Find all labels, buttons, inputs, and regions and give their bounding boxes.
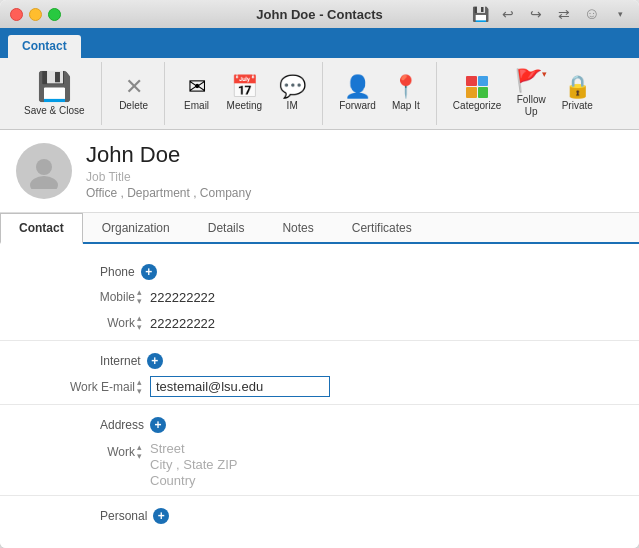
map-icon: 📍	[392, 76, 419, 98]
im-label: IM	[287, 100, 298, 112]
delete-icon: ✕	[125, 76, 143, 98]
personal-section-header: Personal +	[0, 500, 639, 528]
contact-info: John Doe Job Title Office , Department ,…	[86, 142, 251, 200]
work-phone-value: 222222222	[150, 316, 623, 331]
switch-icon[interactable]: ⇄	[555, 5, 573, 23]
forward-label: Forward	[339, 100, 376, 112]
personal-section-label: Personal	[100, 509, 147, 523]
address-city-state: City , State ZIP	[150, 457, 237, 472]
work-email-label: Work E-mail ▴▾	[0, 378, 150, 396]
minimize-button[interactable]	[29, 8, 42, 21]
tab-contact-detail[interactable]: Contact	[0, 213, 83, 244]
private-label: Private	[562, 100, 593, 112]
email-icon: ✉	[188, 76, 206, 98]
im-button[interactable]: 💬 IM	[270, 72, 314, 116]
work-address-value: Street City , State ZIP Country	[150, 441, 237, 488]
tab-details[interactable]: Details	[189, 213, 264, 244]
tab-organization[interactable]: Organization	[83, 213, 189, 244]
ribbon-group-save: 💾 Save & Close	[8, 62, 102, 125]
contact-name: John Doe	[86, 142, 251, 168]
categorize-label: Categorize	[453, 100, 501, 112]
meeting-label: Meeting	[227, 100, 263, 112]
meeting-button[interactable]: 📅 Meeting	[221, 72, 269, 116]
traffic-lights	[10, 8, 61, 21]
phone-add-button[interactable]: +	[141, 264, 157, 280]
categorize-icon	[466, 76, 488, 98]
categorize-button[interactable]: Categorize	[447, 72, 507, 116]
private-icon: 🔒	[564, 76, 591, 98]
delete-button[interactable]: ✕ Delete	[112, 72, 156, 116]
form-content: Phone + Mobile ▴▾ 222222222 Work ▴▾ 2222…	[0, 244, 639, 548]
mobile-arrows[interactable]: ▴▾	[137, 288, 142, 306]
work-email-arrows[interactable]: ▴▾	[137, 378, 142, 396]
work-phone-label: Work ▴▾	[0, 314, 150, 332]
internet-section-header: Internet +	[0, 345, 639, 373]
mobile-label: Mobile ▴▾	[0, 288, 150, 306]
ribbon-tab-bar: Contact	[0, 28, 639, 58]
contact-job-title: Job Title	[86, 170, 251, 184]
work-phone-arrows[interactable]: ▴▾	[137, 314, 142, 332]
meeting-icon: 📅	[231, 76, 258, 98]
ribbon-group-communicate: ✉ Email 📅 Meeting 💬 IM	[167, 62, 324, 125]
address-street: Street	[150, 441, 237, 456]
contact-meta: Office , Department , Company	[86, 186, 251, 200]
save-close-label: Save & Close	[24, 105, 85, 117]
address-add-button[interactable]: +	[150, 417, 166, 433]
private-button[interactable]: 🔒 Private	[555, 72, 599, 116]
forward-button[interactable]: 👤 Forward	[333, 72, 382, 116]
follow-up-icon: 🚩▾	[515, 70, 547, 92]
save-close-button[interactable]: 💾 Save & Close	[16, 66, 93, 121]
work-address-arrows[interactable]: ▴▾	[137, 443, 142, 461]
tab-contact[interactable]: Contact	[8, 35, 81, 58]
phone-section-label: Phone	[100, 265, 135, 279]
address-section-header: Address +	[0, 409, 639, 437]
contact-department: Department	[127, 186, 190, 200]
work-phone-row: Work ▴▾ 222222222	[0, 310, 639, 336]
title-bar-controls: 💾 ↩ ↪ ⇄ ☺ ▾	[471, 5, 629, 23]
title-bar: John Doe - Contacts 💾 ↩ ↪ ⇄ ☺ ▾	[0, 0, 639, 28]
personal-add-button[interactable]: +	[153, 508, 169, 524]
maximize-button[interactable]	[48, 8, 61, 21]
email-label: Email	[184, 100, 209, 112]
dropdown-icon[interactable]: ▾	[611, 5, 629, 23]
redo-icon[interactable]: ↪	[527, 5, 545, 23]
save-close-icon: 💾	[37, 70, 72, 103]
ribbon-group-forward: 👤 Forward 📍 Map It	[325, 62, 437, 125]
internet-section-label: Internet	[100, 354, 141, 368]
ribbon-group-tags: Categorize 🚩▾ FollowUp 🔒 Private	[439, 62, 607, 125]
work-address-row: Work ▴▾ Street City , State ZIP Country	[0, 437, 639, 491]
main-window: John Doe - Contacts 💾 ↩ ↪ ⇄ ☺ ▾ Contact …	[0, 0, 639, 548]
account-icon[interactable]: ☺	[583, 5, 601, 23]
im-icon: 💬	[279, 76, 306, 98]
follow-up-button[interactable]: 🚩▾ FollowUp	[509, 66, 553, 122]
save-icon[interactable]: 💾	[471, 5, 489, 23]
mobile-row: Mobile ▴▾ 222222222	[0, 284, 639, 310]
tab-certificates[interactable]: Certificates	[333, 213, 431, 244]
work-email-input[interactable]	[150, 376, 330, 397]
content-tabs: Contact Organization Details Notes Certi…	[0, 213, 639, 244]
work-email-row: Work E-mail ▴▾	[0, 373, 639, 400]
close-button[interactable]	[10, 8, 23, 21]
internet-add-button[interactable]: +	[147, 353, 163, 369]
work-address-label: Work ▴▾	[0, 441, 150, 461]
ribbon-group-delete: ✕ Delete	[104, 62, 165, 125]
map-label: Map It	[392, 100, 420, 112]
map-it-button[interactable]: 📍 Map It	[384, 72, 428, 116]
phone-section-header: Phone +	[0, 256, 639, 284]
address-country: Country	[150, 473, 237, 488]
window-title: John Doe - Contacts	[256, 7, 382, 22]
follow-up-label: FollowUp	[517, 94, 546, 118]
contact-company: Company	[200, 186, 251, 200]
undo-icon[interactable]: ↩	[499, 5, 517, 23]
svg-point-1	[30, 176, 58, 189]
email-button[interactable]: ✉ Email	[175, 72, 219, 116]
svg-point-0	[36, 159, 52, 175]
forward-icon: 👤	[344, 76, 371, 98]
tab-notes[interactable]: Notes	[263, 213, 332, 244]
delete-label: Delete	[119, 100, 148, 112]
ribbon-toolbar: 💾 Save & Close ✕ Delete ✉ Email 📅 Meetin…	[0, 58, 639, 130]
contact-header: John Doe Job Title Office , Department ,…	[0, 130, 639, 213]
avatar	[16, 143, 72, 199]
contact-office: Office	[86, 186, 117, 200]
address-section-label: Address	[100, 418, 144, 432]
